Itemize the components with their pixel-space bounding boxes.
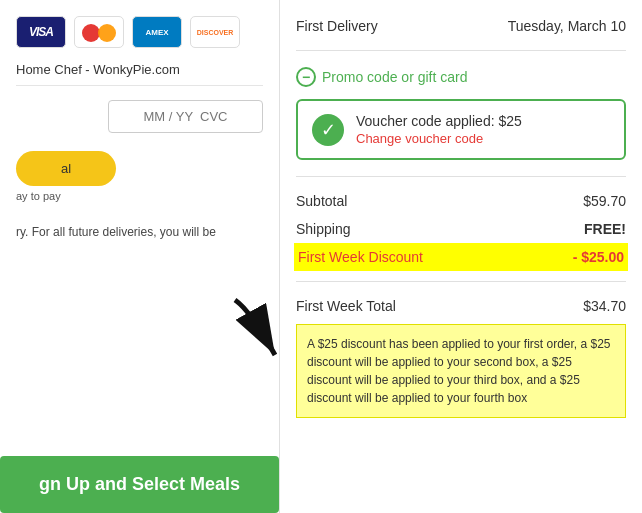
card-expiry-cvc-input[interactable] [108,100,263,133]
divider-1 [296,50,626,51]
first-week-discount-row: First Week Discount - $25.00 [294,243,628,271]
sign-up-button[interactable]: gn Up and Select Meals [0,456,279,513]
right-panel: First Delivery Tuesday, March 10 − Promo… [280,0,642,513]
discount-value: - $25.00 [573,249,624,265]
subtotal-value: $59.70 [583,193,626,209]
shipping-value: FREE! [584,221,626,237]
discover-logo: DISCOVER [190,16,240,48]
promo-icon: − [296,67,316,87]
change-voucher-link[interactable]: Change voucher code [356,131,522,146]
future-deliveries-text: ry. For all future deliveries, you will … [16,216,263,241]
subtotal-label: Subtotal [296,193,347,209]
card-logos-row: VISA AMEX DISCOVER [16,16,263,48]
total-row: First Week Total $34.70 [296,292,626,320]
merchant-label: Home Chef - WonkyPie.com [16,62,263,86]
discount-note: A $25 discount has been applied to your … [296,324,626,418]
voucher-box: ✓ Voucher code applied: $25 Change vouch… [296,99,626,160]
amex-logo: AMEX [132,16,182,48]
first-delivery-row: First Delivery Tuesday, March 10 [296,12,626,40]
discount-label: First Week Discount [298,249,423,265]
voucher-text: Voucher code applied: $25 Change voucher… [356,113,522,146]
voucher-applied-text: Voucher code applied: $25 [356,113,522,129]
first-delivery-value: Tuesday, March 10 [508,18,626,34]
card-input-row [16,100,263,133]
divider-2 [296,176,626,177]
visa-logo: VISA [16,16,66,48]
shipping-row: Shipping FREE! [296,215,626,243]
total-label: First Week Total [296,298,396,314]
pay-button[interactable]: al [16,151,116,186]
pay-button-area: al ay to pay [16,151,263,202]
check-circle-icon: ✓ [312,114,344,146]
first-delivery-label: First Delivery [296,18,378,34]
mastercard-logo [74,16,124,48]
left-panel: VISA AMEX DISCOVER Home Chef - WonkyPie.… [0,0,280,513]
shipping-label: Shipping [296,221,351,237]
total-value: $34.70 [583,298,626,314]
subtotal-row: Subtotal $59.70 [296,187,626,215]
promo-label: Promo code or gift card [322,69,468,85]
promo-row[interactable]: − Promo code or gift card [296,61,626,93]
pay-label: ay to pay [16,190,263,202]
divider-3 [296,281,626,282]
